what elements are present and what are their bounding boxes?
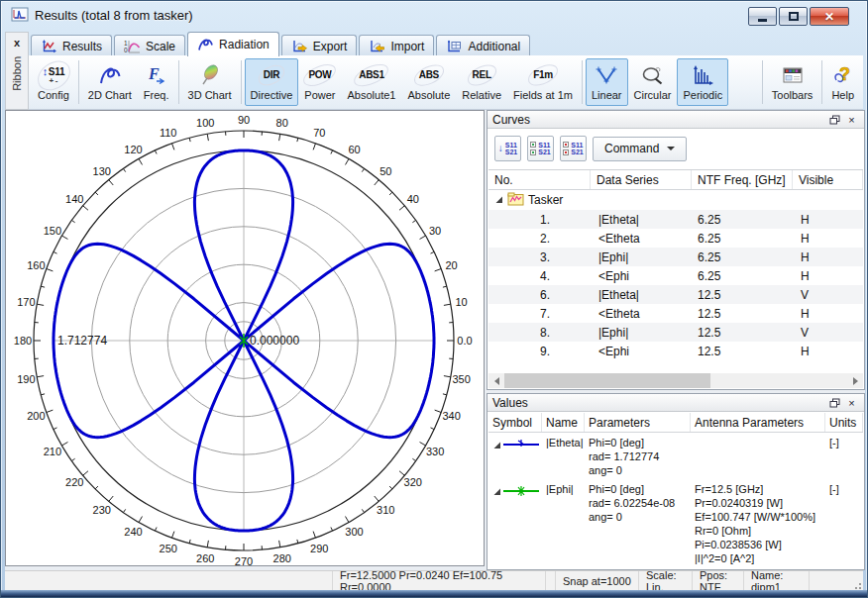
check-all-visible-button[interactable]: S11S21 xyxy=(527,136,554,161)
angle-tick xyxy=(123,168,125,171)
column-header-data-series[interactable]: Data Series xyxy=(591,170,692,189)
status-metrics: Fr=12.5000 Pr=0.0240 Ef=100.75 Rr=0.0000 xyxy=(332,571,545,591)
column-header-ntf-freq[interactable]: NTF Freq. [GHz] xyxy=(692,170,793,189)
directive-button[interactable]: DIR Directive xyxy=(245,58,299,106)
angle-tick xyxy=(47,410,54,412)
angle-tick xyxy=(95,192,98,195)
curve-row[interactable]: 8. |Ephi| 12.5 V xyxy=(488,323,863,342)
uncheck-all-visible-button[interactable]: S11S21 xyxy=(560,136,587,161)
close-panel-icon[interactable]: × xyxy=(844,113,859,127)
ribbon-label: Ribbon xyxy=(11,56,23,91)
curve-row[interactable]: 9. <Ephi 12.5 H xyxy=(488,342,863,360)
angle-tick xyxy=(83,471,88,475)
toolbar-separator xyxy=(78,60,79,104)
column-header-units[interactable]: Units xyxy=(825,413,863,432)
angle-label: 230 xyxy=(93,504,111,516)
tree-expander-icon[interactable] xyxy=(492,485,501,499)
minimize-icon xyxy=(758,19,767,22)
tree-expander-icon[interactable] xyxy=(494,193,503,207)
column-header-symbol[interactable]: Symbol xyxy=(488,413,542,432)
ribbon-strip: x Ribbon xyxy=(5,32,29,110)
curve-row[interactable]: 3. |Ephi| 6.25 H xyxy=(488,248,863,266)
minimize-button[interactable] xyxy=(748,7,777,26)
resize-grip[interactable] xyxy=(851,579,861,589)
float-panel-icon[interactable] xyxy=(827,113,842,127)
absolute1-button[interactable]: ABS1 Absolute1 xyxy=(342,58,402,106)
toolbar-separator xyxy=(178,60,179,104)
tab-additional[interactable]: Additional xyxy=(436,35,530,56)
curves-panel-header[interactable]: Curves × xyxy=(488,111,864,129)
abs1-text-icon: ABS1 xyxy=(359,70,383,80)
circular-button[interactable]: Circular xyxy=(628,58,678,106)
curve-row[interactable]: 7. <Etheta 12.5 H xyxy=(488,304,863,323)
tree-expander-icon[interactable] xyxy=(492,439,501,452)
abs-text-icon: ABS xyxy=(419,70,439,80)
curve-row[interactable]: 1. |Etheta| 6.25 H xyxy=(488,210,863,229)
scroll-left-button[interactable] xyxy=(488,373,504,388)
curve-row[interactable]: 4. <Ephi 6.25 H xyxy=(488,266,863,285)
value-row-ephi[interactable]: |Ephi| Phi=0 [deg] rad= 6.02254e-08 ang=… xyxy=(488,479,863,567)
toolbar-separator xyxy=(821,60,822,104)
periodic-button[interactable]: Periodic xyxy=(677,58,728,106)
command-dropdown[interactable]: Command xyxy=(593,137,687,161)
column-header-antenna-parameters[interactable]: Antenna Parameters xyxy=(691,413,825,432)
toolbar-separator xyxy=(762,60,763,104)
freq-button[interactable]: F Freq. xyxy=(138,58,175,106)
value-row-etheta[interactable]: |Etheta| Phi=0 [deg] rad= 1.712774 ang= … xyxy=(488,433,863,479)
power-button[interactable]: POW Power xyxy=(298,58,341,106)
values-panel-header[interactable]: Values × xyxy=(488,394,864,412)
status-last-section xyxy=(809,571,863,591)
config-button[interactable]: ↕S11+ - Config xyxy=(32,58,75,106)
angle-label: 190 xyxy=(17,373,35,385)
tab-scale[interactable]: 10 Scale xyxy=(114,35,185,56)
angle-tick xyxy=(297,540,298,544)
column-header-parameters[interactable]: Parameters xyxy=(585,413,691,432)
angle-label: 50 xyxy=(380,165,391,177)
angle-label: 330 xyxy=(426,446,444,457)
column-header-visible[interactable]: Visible xyxy=(793,170,863,189)
angle-label: 260 xyxy=(196,552,214,564)
ribbon-close-button[interactable]: x xyxy=(8,35,26,50)
angle-tick xyxy=(279,134,280,141)
toolbars-button[interactable]: Toolbars xyxy=(766,58,819,106)
angle-tick xyxy=(297,138,298,142)
tab-export[interactable]: Export xyxy=(281,35,358,56)
status-ppos: Ppos: NTF xyxy=(692,571,743,591)
curve-row[interactable]: 2. <Etheta 6.25 H xyxy=(488,229,863,248)
curve-row[interactable]: 6. |Etheta| 12.5 V xyxy=(488,285,863,304)
toolbar-separator xyxy=(241,60,242,104)
angle-tick xyxy=(83,206,88,210)
tab-import[interactable]: Import xyxy=(359,35,434,56)
title-bar[interactable]: Results (total 8 from tasker) ✕ xyxy=(1,1,867,31)
column-header-name[interactable]: Name xyxy=(542,413,585,432)
group-row-tasker[interactable]: Tasker xyxy=(488,190,863,210)
angle-label: 240 xyxy=(124,526,142,538)
float-panel-icon[interactable] xyxy=(827,396,842,410)
angle-tick xyxy=(412,220,415,222)
help-button[interactable]: ? Help xyxy=(825,58,860,106)
column-header-no[interactable]: No. xyxy=(488,170,591,189)
2d-chart-button[interactable]: 2D Chart xyxy=(82,58,138,106)
scrollbar-thumb[interactable] xyxy=(504,373,710,388)
status-bar: Fr=12.5000 Pr=0.0240 Ef=100.75 Rr=0.0000… xyxy=(5,570,863,591)
absolute-button[interactable]: ABS Absolute xyxy=(401,58,456,106)
relative-button[interactable]: REL Relative xyxy=(456,58,507,106)
angle-tick xyxy=(435,268,442,270)
linear-button[interactable]: Linear xyxy=(586,58,628,106)
fields-at-1m-button[interactable]: F1m Fields at 1m xyxy=(507,58,579,106)
scroll-right-button[interactable] xyxy=(847,373,863,388)
tab-label: Import xyxy=(390,40,424,53)
tab-radiation[interactable]: Radiation xyxy=(187,32,279,56)
maximize-button[interactable] xyxy=(779,7,808,26)
angle-tick xyxy=(443,286,447,287)
close-button[interactable]: ✕ xyxy=(810,7,849,26)
horizontal-scrollbar[interactable] xyxy=(488,373,863,388)
3d-chart-blob-icon xyxy=(198,62,222,88)
3d-chart-button[interactable]: 3D Chart xyxy=(182,58,238,106)
tab-results[interactable]: Results xyxy=(31,35,112,56)
close-panel-icon[interactable]: × xyxy=(844,396,859,410)
angle-label: 20 xyxy=(445,259,457,271)
angle-label: 220 xyxy=(65,476,83,488)
status-snap: Snap at=1000 xyxy=(555,571,638,591)
plot-s11-s21-button[interactable]: ↓ S11S21 xyxy=(494,136,521,161)
